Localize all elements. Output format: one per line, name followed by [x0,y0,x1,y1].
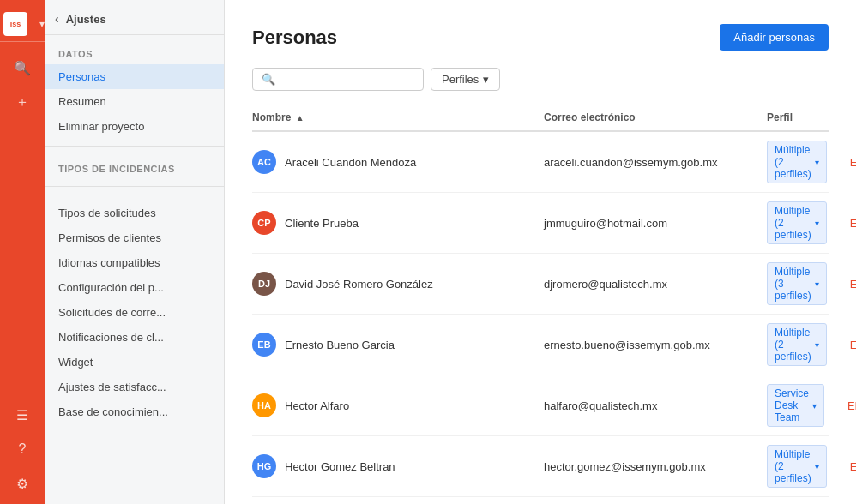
sidebar-title: Ajustes [66,13,106,26]
sidebar-section-extra: Tipos de solicitudes Permisos de cliente… [45,190,224,428]
col-actions-3: Eliminar [827,337,856,353]
table-header: Nombre ▲ Correo electrónico Perfil [252,105,829,132]
sidebar-back-icon[interactable]: ‹ [55,12,59,26]
section-label-datos: Datos [45,45,224,64]
delete-button-4[interactable]: Eliminar [842,398,856,414]
col-name-4: HA Hector Alfaro [252,393,544,417]
avatar-5: HG [252,454,276,478]
sidebar-item-solicitudes-c[interactable]: Solicitudes de corre... [45,300,224,325]
project-info[interactable]: iss Soporte ISSEMy... Proyecto de atenc.… [0,7,45,42]
profile-badge-3[interactable]: Múltiple (2 perfiles) ▾ [767,323,827,366]
col-actions-5: Eliminar [827,459,856,475]
nav-menu-icon[interactable]: ☰ [9,401,36,429]
table-row: EB Ernesto Bueno Garcia ernesto.bueno@is… [252,315,829,375]
col-actions-0: Eliminar [827,154,856,171]
profile-badge-4[interactable]: Service Desk Team ▾ [767,384,824,427]
sidebar-item-resumen[interactable]: Resumen [45,89,224,114]
avatar-1: CP [252,211,276,235]
sidebar-item-permisos[interactable]: Permisos de clientes [45,225,224,250]
col-email-1: jmmuguiro@hotmail.com [544,217,767,230]
filter-label: Perfiles [442,73,479,86]
col-name-0: AC Araceli Cuandon Mendoza [252,150,544,174]
sidebar-item-personas[interactable]: Personas [45,64,224,89]
sidebar-divider-2 [45,186,224,187]
col-actions-4: Eliminar [824,398,856,414]
nav-settings-icon[interactable]: ⚙ [9,470,36,497]
profile-chevron-icon-3: ▾ [815,340,819,350]
add-personas-button[interactable]: Añadir personas [720,24,829,51]
col-email-4: halfaro@qualistech.mx [544,399,767,412]
table-row: DJ David José Romero González djromero@q… [252,254,829,315]
profile-chevron-icon-1: ▾ [815,219,819,228]
col-header-perfil: Perfil [767,111,793,123]
col-profile-2: Múltiple (3 perfiles) ▾ [767,262,827,305]
col-actions-2: Eliminar [827,276,856,292]
table-row: HA Hector Alfaro halfaro@qualistech.mx S… [252,375,829,436]
col-profile-1: Múltiple (2 perfiles) ▾ [767,201,827,244]
project-logo: iss [3,12,27,36]
page-header: Personas Añadir personas [252,24,829,51]
search-input[interactable] [280,73,414,86]
section-label-tipos-inc: Tipos de incidencias [45,160,224,179]
delete-button-0[interactable]: Eliminar [845,154,856,171]
person-name-4: Hector Alfaro [285,399,349,412]
col-email-2: djromero@qualistech.mx [544,278,767,291]
person-name-0: Araceli Cuandon Mendoza [285,156,416,169]
personas-table: Nombre ▲ Correo electrónico Perfil AC Ar… [252,105,829,504]
delete-button-3[interactable]: Eliminar [845,337,856,353]
col-profile-5: Múltiple (2 perfiles) ▾ [767,445,827,488]
profile-chevron-icon-0: ▾ [815,158,819,167]
sidebar: ‹ Ajustes Datos Personas Resumen Elimina… [45,0,225,504]
nav-add-icon[interactable]: ＋ [9,88,36,116]
sidebar-item-config-p[interactable]: Configuración del p... [45,275,224,300]
filter-chevron-icon: ▾ [483,73,489,86]
sidebar-item-ajustes-s[interactable]: Ajustes de satisfacc... [45,375,224,399]
col-header-actions [793,111,856,123]
delete-button-1[interactable]: Eliminar [845,215,856,231]
col-profile-4: Service Desk Team ▾ [767,384,824,427]
delete-button-5[interactable]: Eliminar [845,459,856,475]
table-row: CP Cliente Prueba jmmuguiro@hotmail.com … [252,193,829,254]
nav-help-icon[interactable]: ? [9,435,36,463]
table-row: AC Araceli Cuandon Mendoza araceli.cuand… [252,132,829,193]
profile-badge-2[interactable]: Múltiple (3 perfiles) ▾ [767,262,827,305]
sidebar-header: ‹ Ajustes [45,0,224,35]
profile-badge-1[interactable]: Múltiple (2 perfiles) ▾ [767,201,827,244]
filter-perfiles-button[interactable]: Perfiles ▾ [431,68,500,91]
avatar-4: HA [252,393,276,417]
profile-badge-0[interactable]: Múltiple (2 perfiles) ▾ [767,141,827,183]
profile-badge-5[interactable]: Múltiple (2 perfiles) ▾ [767,445,827,488]
person-name-3: Ernesto Bueno Garcia [285,339,395,351]
delete-button-2[interactable]: Eliminar [845,276,856,292]
sidebar-divider-1 [45,146,224,147]
nav-search-icon[interactable]: 🔍 [9,54,36,81]
col-name-2: DJ David José Romero González [252,272,544,296]
sidebar-item-notif[interactable]: Notificaciones de cl... [45,325,224,350]
table-body: AC Araceli Cuandon Mendoza araceli.cuand… [252,132,829,504]
sidebar-item-idiomas[interactable]: Idiomas compatibles [45,250,224,275]
toolbar: 🔍 Perfiles ▾ [252,68,829,91]
sidebar-item-eliminar-proyecto[interactable]: Eliminar proyecto [45,114,224,139]
sidebar-item-widget[interactable]: Widget [45,350,224,375]
profile-chevron-icon-5: ▾ [815,462,819,471]
col-name-3: EB Ernesto Bueno Garcia [252,333,544,357]
col-header-email: Correo electrónico [544,111,767,123]
page-title: Personas [252,27,337,49]
avatar-3: EB [252,333,276,357]
col-email-0: araceli.cuandon@issemym.gob.mx [544,156,767,169]
sidebar-item-tipos-sol[interactable]: Tipos de solicitudes [45,201,224,225]
person-name-5: Hector Gomez Beltran [285,460,395,473]
profile-chevron-icon-4: ▾ [812,401,817,411]
col-email-3: ernesto.bueno@issemym.gob.mx [544,339,767,351]
col-profile-3: Múltiple (2 perfiles) ▾ [767,323,827,366]
col-name-5: HG Hector Gomez Beltran [252,454,544,478]
sidebar-section-tipos-inc: Tipos de incidencias [45,150,224,183]
profile-chevron-icon-2: ▾ [815,279,819,289]
table-row: JM Jose Manuel Muguiro jmmuguiro@qualist… [252,497,829,504]
col-email-5: hector.gomez@issemym.gob.mx [544,460,767,473]
avatar-2: DJ [252,272,276,296]
search-icon: 🔍 [262,73,275,86]
sidebar-item-base[interactable]: Base de conocimien... [45,399,224,424]
sort-icon: ▲ [296,113,304,123]
search-box: 🔍 [252,68,424,91]
